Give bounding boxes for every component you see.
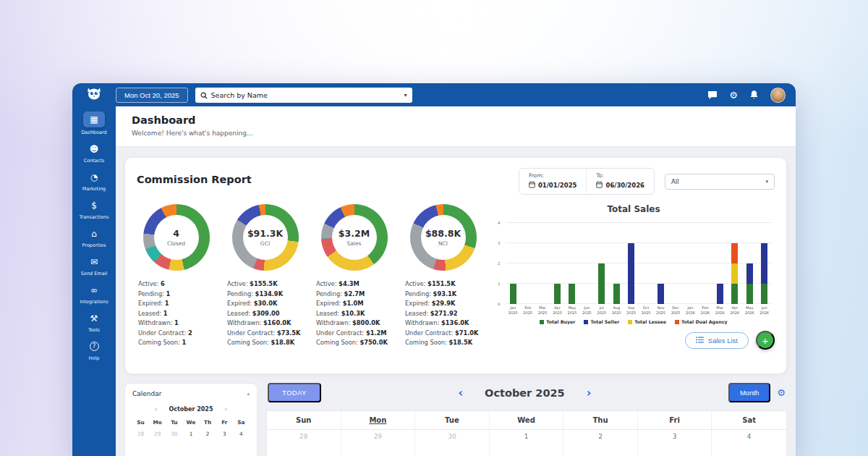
date-cell[interactable]: 4	[712, 430, 786, 456]
month-view-button[interactable]: Month	[728, 383, 770, 402]
donut-chart: 4 Closed	[143, 204, 210, 271]
date-cell[interactable]: 30	[415, 430, 490, 456]
sidebar: ▦ Dashboard ☻ Contacts ◔ Marketing $ Tra…	[72, 106, 116, 456]
bar-segment	[761, 284, 767, 304]
x-axis-label: Aug2025	[612, 305, 621, 315]
sidebar-item-tools[interactable]: ⚒ Tools	[75, 311, 114, 333]
search-box[interactable]: ▾	[195, 88, 412, 103]
date-cell[interactable]: 28	[267, 430, 341, 456]
mini-date-cell[interactable]: 30	[166, 431, 182, 437]
mini-date-cell[interactable]: 29	[149, 431, 166, 437]
dashboard-icon: ▦	[83, 111, 105, 127]
app-logo[interactable]	[72, 86, 116, 104]
today-button[interactable]: TODAY	[268, 383, 321, 402]
bar-segment	[761, 243, 767, 284]
date-range-picker: From: 01/01/2025 To:	[519, 168, 655, 195]
bar-column: Oct2025	[639, 223, 653, 304]
bar-segment	[510, 284, 516, 304]
chat-icon[interactable]	[707, 90, 718, 100]
sidebar-item-send-email[interactable]: ✉ Send Email	[75, 255, 114, 276]
search-chevron-down-icon[interactable]: ▾	[404, 92, 407, 98]
sidebar-item-marketing[interactable]: ◔ Marketing	[75, 170, 114, 192]
topbar-date-button[interactable]: Mon Oct 20, 2025	[116, 88, 188, 103]
to-date-field[interactable]: To: 06/30/2026	[586, 169, 654, 194]
to-date-value[interactable]: 06/30/2026	[605, 182, 644, 189]
legend-item[interactable]: Total Lessee	[628, 319, 666, 324]
user-avatar[interactable]	[770, 88, 786, 103]
bar-segment	[613, 284, 620, 304]
filter-select[interactable]: All ▾	[665, 174, 775, 190]
mini-date-cell[interactable]: 4	[233, 431, 250, 437]
x-axis-label: May2025	[568, 305, 577, 315]
date-cell[interactable]: 2	[563, 430, 638, 456]
chart-actions: Sales List +	[493, 331, 775, 350]
x-axis-label: Mar2026	[715, 305, 725, 315]
bar-column: May2026	[742, 223, 757, 304]
integrations-icon: ∞	[85, 283, 103, 297]
prev-month-chevron-icon[interactable]: ‹	[459, 387, 464, 399]
sidebar-item-label: Tools	[88, 327, 100, 333]
day-header-wed: Wed	[490, 411, 564, 429]
calendar-date-cells: 2829301234	[266, 430, 787, 456]
mini-date-cell[interactable]: 3	[216, 431, 233, 437]
list-icon	[696, 337, 704, 345]
donut-stat: Pending: $2.7M	[316, 290, 393, 300]
date-cell[interactable]: 3	[638, 430, 712, 456]
sidebar-item-dashboard[interactable]: ▦ Dashboard	[75, 111, 114, 135]
collapse-triangle-icon[interactable]: ▴	[247, 391, 250, 397]
donut-stat: Coming Soon: $18.8K	[227, 338, 305, 348]
donut-stat: Withdrawn: $800.0K	[316, 318, 393, 329]
date-cell[interactable]: 29	[341, 430, 416, 456]
x-axis-label: Nov2025	[656, 305, 665, 315]
sidebar-item-transactions[interactable]: $ Transactions	[75, 198, 114, 220]
mini-date-cell[interactable]: 2	[200, 431, 216, 437]
mini-calendar-header[interactable]: Calendar ▴	[132, 390, 250, 397]
mini-date-cell[interactable]: 28	[132, 431, 149, 437]
add-button[interactable]: +	[756, 331, 775, 350]
donut-stat: Pending: $93.1K	[405, 290, 482, 300]
bar-stack	[731, 243, 738, 304]
report-title: Commission Report	[137, 174, 252, 185]
mini-prev-month-icon[interactable]: ‹	[155, 405, 158, 413]
total-sales-chart: Total Sales 01234 Jan2025Feb2025Mar2025A…	[493, 204, 775, 350]
bar-stack	[554, 284, 561, 304]
donut-nci: $88.8K NCI Active: $151.5KPending: $93.1…	[404, 204, 482, 350]
settings-gear-icon[interactable]: ⚙	[729, 90, 738, 100]
legend-swatch	[540, 320, 544, 324]
mini-day-header: Th	[200, 419, 216, 426]
owl-logo-icon	[85, 86, 103, 104]
donut-stat: Under Contract: $71.0K	[405, 329, 482, 339]
sidebar-item-properties[interactable]: ⌂ Properties	[75, 227, 114, 248]
mini-day-header: Su	[132, 419, 149, 426]
caret-down-icon: ▾	[765, 179, 768, 185]
bar-column: Sep2025	[624, 223, 639, 304]
donut-stat: Coming Soon: $750.0K	[316, 338, 393, 348]
x-axis-label: Apr2025	[553, 305, 562, 315]
from-date-field[interactable]: From: 01/01/2025	[519, 169, 587, 194]
sales-list-button[interactable]: Sales List	[685, 332, 749, 349]
sidebar-item-integrations[interactable]: ∞ Integrations	[75, 283, 114, 305]
from-date-value[interactable]: 01/01/2025	[538, 182, 577, 189]
mini-day-header: Fr	[216, 419, 233, 426]
legend-item[interactable]: Total Buyer	[540, 319, 575, 324]
donut-stat: Under Contract: $1.2M	[316, 329, 393, 339]
plus-icon: +	[762, 334, 769, 347]
next-month-chevron-icon[interactable]: ›	[587, 387, 592, 399]
legend-item[interactable]: Total Seller	[584, 319, 619, 324]
mini-next-month-icon[interactable]: ›	[225, 405, 228, 413]
sidebar-item-contacts[interactable]: ☻ Contacts	[75, 142, 114, 164]
donut-center: $88.8K NCI	[421, 215, 466, 260]
day-header-mon: Mon	[341, 411, 416, 429]
notifications-bell-icon[interactable]	[749, 90, 759, 100]
bar-segment	[731, 284, 738, 304]
sidebar-item-help[interactable]: ? Help	[75, 339, 114, 361]
bar-column: Jun2026	[757, 223, 771, 304]
search-icon	[200, 88, 208, 102]
date-cell[interactable]: 1	[490, 430, 564, 456]
day-header-thu: Thu	[563, 411, 638, 429]
calendar-settings-gear-icon[interactable]: ⚙	[777, 387, 786, 398]
main-calendar: TODAY ‹ October 2025 › Month ⚙ SunM	[266, 383, 787, 456]
mini-date-cell[interactable]: 1	[182, 431, 199, 437]
legend-item[interactable]: Total Dual Agency	[675, 319, 728, 324]
search-input[interactable]	[211, 91, 401, 99]
